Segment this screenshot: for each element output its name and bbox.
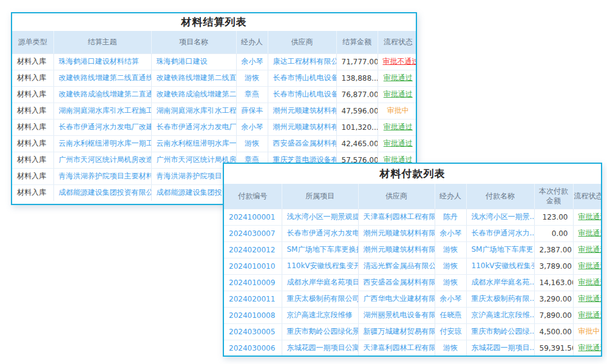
supplier-link[interactable]: 康达工程材料有限公司 bbox=[273, 57, 337, 66]
supplier-link[interactable]: 新疆万城建材贸易有限... bbox=[364, 327, 435, 335]
status-badge[interactable]: 审批通过 bbox=[578, 343, 603, 352]
supplier-link[interactable]: 西安盛器金属材料有限... bbox=[364, 278, 435, 286]
payment-name-link[interactable]: 浅水湾小区一期景... bbox=[472, 212, 535, 221]
payment-no-link[interactable]: 2024010009 bbox=[229, 278, 275, 287]
payment-name-link[interactable]: SM广场地下车库更... bbox=[472, 245, 535, 254]
project-link[interactable]: 青海洪湖养护院项目 bbox=[157, 172, 222, 180]
status-badge[interactable]: 审批通过 bbox=[384, 123, 413, 131]
project-link[interactable]: 110kV安徽线程集变开断... bbox=[287, 261, 359, 270]
payment-table: 付款编号所属项目供应商经办人付款名称本次付款 金额流程状态2024100001浅… bbox=[224, 184, 602, 356]
col-header-status: 流程状态 bbox=[573, 184, 602, 209]
handler-link[interactable]: 陈丹 bbox=[443, 212, 458, 221]
subject-link[interactable]: 湖南洞庭湖水库引水工程施工I标材... bbox=[59, 106, 152, 115]
handler-link[interactable]: 游恢 bbox=[245, 73, 259, 82]
status-badge[interactable]: 审批通过 bbox=[578, 278, 603, 286]
handler-link[interactable]: 薛保丰 bbox=[242, 106, 263, 115]
handler-link[interactable]: 游恢 bbox=[443, 261, 458, 270]
status-badge[interactable]: 审批通过 bbox=[384, 73, 413, 82]
supplier-link[interactable]: 长春市博山机电设备... bbox=[273, 73, 337, 82]
supplier-link[interactable]: 潮州元顺建筑材料有限... bbox=[364, 245, 435, 254]
project-link[interactable]: 重庆太极制药有限公司... bbox=[287, 294, 359, 303]
project-link[interactable]: 云南水利枢纽潜明水库一... bbox=[157, 139, 237, 147]
table-row: 2024010008京沪高速北京段维修湖州丽景机电设备有限...任晓燕京沪高速北… bbox=[224, 307, 602, 323]
table-row: 2024010009成都水岸华庭名苑项目...西安盛器金属材料有限...游恢成都… bbox=[224, 274, 602, 291]
status-badge[interactable]: 审批通过 bbox=[578, 261, 603, 270]
project-link[interactable]: 珠海鹤港口建设 bbox=[157, 57, 208, 66]
subject-link[interactable]: 珠海鹤港口建设材料结算 bbox=[59, 57, 139, 66]
subject-link[interactable]: 青海洪湖养护院项目主要材料结算 bbox=[59, 172, 152, 180]
project-link[interactable]: 湖南洞庭湖水库引水工程... bbox=[157, 106, 237, 115]
status-badge[interactable]: 审批通过 bbox=[578, 229, 603, 237]
handler-link[interactable]: 余小琴 bbox=[242, 57, 263, 66]
handler-link[interactable]: 余小琴 bbox=[440, 294, 462, 303]
payment-no-link[interactable]: 2024010008 bbox=[229, 311, 275, 320]
status-badge[interactable]: 审批中 bbox=[578, 327, 600, 335]
project-link[interactable]: 重庆市鹅岭公园绿化景... bbox=[287, 327, 359, 335]
project-link[interactable]: 长春市伊通河水力发电... bbox=[287, 229, 359, 237]
handler-link[interactable]: 任晓燕 bbox=[440, 311, 462, 319]
cell-supplier: 天津嘉利园林工程有限... bbox=[358, 209, 435, 225]
payment-name-link[interactable]: 重庆太极制药有限... bbox=[472, 294, 535, 303]
project-link[interactable]: 改建铁路线增建第二线直... bbox=[157, 73, 237, 82]
subject-link[interactable]: 长春市伊通河水力发电厂改建工程... bbox=[59, 123, 152, 131]
status-badge[interactable]: 审批通过 bbox=[578, 311, 603, 319]
status-badge[interactable]: 审批通过 bbox=[578, 245, 603, 254]
payment-name-link[interactable]: 110kV安徽线程集变... bbox=[472, 261, 535, 270]
handler-link[interactable]: 游恢 bbox=[443, 278, 458, 286]
supplier-link[interactable]: 天津嘉利园林工程有限... bbox=[364, 212, 435, 221]
status-badge[interactable]: 审批不通过 bbox=[383, 57, 418, 66]
header-row: 源单类型结算主题项目名称经办人供应商结算金额流程状态 bbox=[12, 31, 417, 53]
subject-link[interactable]: 改建铁路线增建第二线直通线（成... bbox=[59, 73, 152, 82]
payment-no-link[interactable]: 2024030007 bbox=[229, 229, 275, 238]
cell-project: 京沪高速北京段维修 bbox=[282, 307, 358, 323]
handler-link[interactable]: 付安琼 bbox=[440, 327, 462, 335]
supplier-link[interactable]: 湖州丽景机电设备有限... bbox=[364, 311, 435, 319]
status-badge[interactable]: 审批中 bbox=[387, 106, 409, 115]
cell-handler: 游恢 bbox=[236, 70, 268, 86]
payment-no-link[interactable]: 2024020011 bbox=[229, 295, 275, 303]
payment-name-link[interactable]: 东城花园一期项目... bbox=[472, 343, 535, 352]
supplier-link[interactable]: 西安盛器金属材料有... bbox=[273, 139, 337, 147]
supplier-link[interactable]: 天津嘉利园林工程有限... bbox=[364, 343, 435, 352]
supplier-link[interactable]: 清远光辉金属品有限公司 bbox=[364, 261, 435, 270]
payment-no-link[interactable]: 2024030005 bbox=[229, 328, 275, 336]
supplier-link[interactable]: 潮州元顺建筑材料有... bbox=[273, 123, 337, 131]
project-link[interactable]: 改建铁路成渝线增建第二... bbox=[157, 90, 237, 98]
table-row: 2024030005重庆市鹅岭公园绿化景...新疆万城建材贸易有限...付安琼重… bbox=[224, 323, 602, 340]
project-link[interactable]: SM广场地下车库更换摄... bbox=[287, 245, 359, 254]
handler-link[interactable]: 游恢 bbox=[245, 139, 259, 147]
supplier-link[interactable]: 潮州元顺建筑材料有... bbox=[273, 106, 337, 115]
status-badge[interactable]: 审批通过 bbox=[578, 294, 603, 303]
table-row: 材料入库长春市伊通河水力发电厂改建工程...长春市伊通河水力发电厂...余小琴潮… bbox=[12, 119, 417, 135]
project-link[interactable]: 成都水岸华庭名苑项目... bbox=[287, 278, 359, 286]
payment-no-link[interactable]: 2024100001 bbox=[229, 213, 275, 221]
subject-link[interactable]: 成都能源建设集团投资有限公司临... bbox=[59, 188, 152, 197]
handler-link[interactable]: 游恢 bbox=[443, 245, 458, 254]
supplier-link[interactable]: 长春市博山机电设备... bbox=[273, 90, 337, 98]
handler-link[interactable]: 游恢 bbox=[443, 343, 458, 352]
project-link[interactable]: 京沪高速北京段维修 bbox=[287, 311, 353, 319]
project-link[interactable]: 东城花园一期项目公寓... bbox=[287, 343, 359, 352]
project-link[interactable]: 浅水湾小区一期景观提... bbox=[287, 212, 359, 221]
supplier-link[interactable]: 潮州元顺建筑材料有限... bbox=[364, 229, 435, 237]
handler-link[interactable]: 余小琴 bbox=[242, 123, 263, 131]
handler-link[interactable]: 余小琴 bbox=[440, 229, 462, 237]
subject-link[interactable]: 云南水利枢纽潜明水库一期工程施... bbox=[59, 139, 152, 147]
subject-link[interactable]: 广州市天河区统计局机房改造项目... bbox=[59, 155, 152, 164]
handler-link[interactable]: 章燕 bbox=[245, 90, 259, 98]
payment-no-link[interactable]: 2024010010 bbox=[229, 262, 275, 271]
payment-no-link[interactable]: 2024020012 bbox=[229, 246, 275, 254]
status-badge[interactable]: 审批通过 bbox=[578, 212, 603, 221]
status-badge[interactable]: 审批通过 bbox=[384, 90, 413, 98]
payment-no-link[interactable]: 2024030006 bbox=[229, 344, 275, 352]
subject-link[interactable]: 改建铁路成渝线增建第二直通线（... bbox=[59, 90, 152, 98]
cell-payment-no: 2024030006 bbox=[224, 340, 282, 356]
payment-name-link[interactable]: 京沪高速北京段维... bbox=[472, 311, 535, 319]
supplier-link[interactable]: 广西华电大业建材有限... bbox=[364, 294, 435, 303]
status-badge[interactable]: 审批通过 bbox=[384, 139, 413, 147]
payment-name-link[interactable]: 重庆市鹅岭公园绿... bbox=[472, 327, 535, 335]
payment-name-link[interactable]: 成都水岸华庭名苑... bbox=[472, 278, 535, 286]
project-link[interactable]: 长春市伊通河水力发电厂... bbox=[157, 123, 237, 131]
payment-name-link[interactable]: 长春市伊通河水力... bbox=[472, 229, 535, 237]
table-row: 材料入库改建铁路线增建第二线直通线（成...改建铁路线增建第二线直...游恢长春… bbox=[12, 70, 417, 86]
